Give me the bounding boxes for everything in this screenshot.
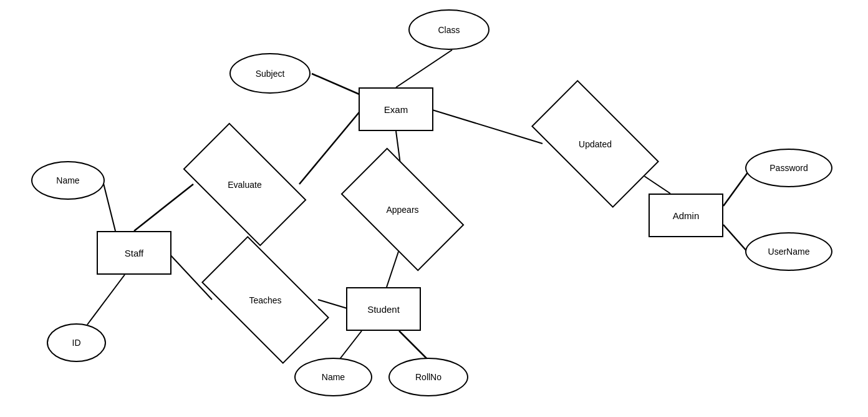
ellipse-subject: Subject (229, 53, 311, 94)
svg-line-10 (340, 331, 362, 359)
entity-admin: Admin (649, 194, 723, 237)
svg-line-2 (299, 109, 362, 184)
ellipse-class: Class (408, 9, 489, 50)
ellipse-class-label: Class (438, 25, 460, 35)
entity-exam-label: Exam (384, 104, 408, 115)
diamond-evaluate-label: Evaluate (228, 180, 261, 190)
ellipse-admin-username: UserName (745, 232, 832, 271)
ellipse-staff-name: Name (31, 161, 105, 200)
diamond-appears-label: Appears (386, 205, 418, 215)
diamond-teaches-label: Teaches (249, 295, 281, 305)
svg-line-15 (723, 225, 748, 253)
ellipse-admin-username-label: UserName (768, 247, 810, 257)
svg-line-14 (723, 172, 748, 206)
ellipse-staff-name-label: Name (56, 175, 79, 185)
diamond-teaches: Teaches (208, 267, 323, 333)
ellipse-subject-label: Subject (256, 69, 285, 79)
er-diagram: Exam Staff Student Admin Class Subject N… (0, 0, 868, 417)
entity-student-label: Student (367, 304, 400, 315)
ellipse-student-name: Name (294, 358, 372, 396)
entity-staff-label: Staff (125, 248, 144, 258)
svg-line-8 (168, 253, 212, 300)
svg-line-3 (134, 184, 193, 231)
diamond-updated: Updated (538, 111, 653, 177)
diamond-appears: Appears (348, 177, 457, 242)
entity-student: Student (346, 287, 421, 331)
svg-line-5 (87, 275, 125, 325)
entity-exam: Exam (359, 87, 433, 131)
diamond-evaluate: Evaluate (190, 152, 299, 217)
ellipse-admin-password: Password (745, 149, 832, 187)
entity-staff: Staff (97, 231, 171, 275)
ellipse-student-rollno-label: RollNo (415, 372, 441, 382)
ellipse-staff-id: ID (47, 323, 106, 362)
svg-line-0 (396, 50, 452, 87)
svg-line-12 (430, 109, 542, 144)
svg-line-11 (399, 331, 427, 359)
ellipse-student-rollno: RollNo (388, 358, 468, 396)
diamond-updated-label: Updated (579, 139, 612, 149)
entity-admin-label: Admin (673, 210, 700, 221)
svg-line-4 (103, 181, 115, 231)
ellipse-admin-password-label: Password (769, 163, 808, 173)
ellipse-staff-id-label: ID (72, 338, 81, 348)
ellipse-student-name-label: Name (322, 372, 345, 382)
